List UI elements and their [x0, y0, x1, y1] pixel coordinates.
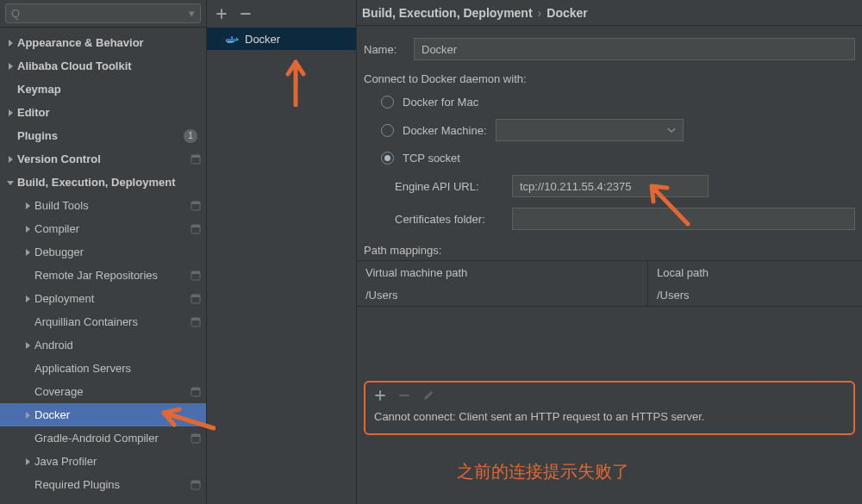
project-scope-icon — [191, 433, 201, 444]
expand-arrow-icon — [5, 177, 16, 188]
name-row: Name: — [357, 34, 862, 64]
sidebar-item-build-execution-deployment[interactable]: Build, Execution, Deployment — [0, 171, 206, 194]
project-scope-icon — [191, 154, 201, 165]
radio-tcp-socket[interactable]: TCP socket — [357, 146, 862, 170]
project-scope-icon — [191, 201, 201, 211]
sidebar-item-label: Debugger — [34, 246, 201, 258]
radio-icon — [381, 152, 394, 165]
breadcrumb: Build, Execution, Deployment › Docker — [357, 0, 862, 26]
sidebar-item-coverage[interactable]: Coverage — [0, 380, 206, 403]
sidebar-item-java-profiler[interactable]: Java Profiler — [0, 450, 206, 473]
sidebar-item-plugins[interactable]: Plugins1 — [0, 124, 206, 147]
search-input[interactable] — [23, 8, 185, 20]
project-scope-icon — [191, 224, 201, 234]
add-config-button[interactable] — [216, 8, 228, 20]
sidebar-item-label: Build, Execution, Deployment — [17, 176, 201, 189]
chevron-down-icon: ▾ — [189, 7, 195, 20]
svg-rect-3 — [191, 202, 200, 204]
expand-arrow-icon — [22, 364, 33, 374]
sidebar-item-label: Java Profiler — [34, 455, 201, 468]
project-scope-icon — [191, 271, 201, 281]
docker-icon — [226, 34, 240, 44]
sidebar-item-keymap[interactable]: Keymap — [0, 78, 206, 101]
expand-arrow-icon — [5, 131, 16, 141]
certificates-row: Certificates folder: — [357, 202, 862, 235]
add-mapping-button[interactable] — [374, 389, 386, 401]
sidebar-item-label: Required Plugins — [34, 478, 187, 491]
expand-arrow-icon — [22, 317, 33, 327]
sidebar-item-label: Gradle-Android Compiler — [34, 432, 187, 445]
sidebar-item-required-plugins[interactable]: Required Plugins — [0, 473, 206, 496]
sidebar-item-build-tools[interactable]: Build Tools — [0, 194, 206, 217]
radio-label: Docker for Mac — [403, 96, 478, 109]
radio-label: TCP socket — [403, 152, 460, 165]
expand-arrow-icon — [22, 433, 33, 444]
expand-arrow-icon — [22, 480, 33, 490]
expand-arrow-icon — [22, 224, 33, 234]
expand-arrow-icon — [22, 340, 33, 351]
sidebar-item-label: Keymap — [17, 83, 201, 96]
sidebar-item-android[interactable]: Android — [0, 333, 206, 357]
expand-arrow-icon — [22, 387, 33, 397]
sidebar-item-alibaba-cloud-toolkit[interactable]: Alibaba Cloud Toolkit — [0, 54, 206, 78]
svg-rect-13 — [191, 388, 200, 390]
radio-label: Docker Machine: — [403, 124, 487, 137]
sidebar-item-label: Application Servers — [34, 362, 201, 375]
sidebar-item-deployment[interactable]: Deployment — [0, 287, 206, 310]
remove-mapping-button[interactable] — [398, 389, 410, 401]
radio-icon — [381, 124, 394, 137]
update-badge: 1 — [184, 129, 197, 143]
config-item-label: Docker — [245, 33, 280, 46]
configs-list: Docker — [207, 28, 356, 504]
edit-mapping-button[interactable] — [422, 389, 434, 401]
expand-arrow-icon — [22, 247, 33, 258]
engine-url-input[interactable] — [512, 175, 709, 197]
sidebar-item-label: Docker — [34, 408, 201, 421]
radio-docker-machine[interactable]: Docker Machine: — [357, 114, 862, 146]
sidebar-item-label: Android — [34, 339, 201, 352]
sidebar-item-remote-jar-repositories[interactable]: Remote Jar Repositories — [0, 264, 206, 287]
sidebar-item-editor[interactable]: Editor — [0, 101, 206, 124]
sidebar-item-gradle-android-compiler[interactable]: Gradle-Android Compiler — [0, 426, 206, 450]
table-row[interactable]: /Users /Users — [357, 283, 862, 306]
sidebar-item-version-control[interactable]: Version Control — [0, 147, 206, 171]
sidebar-item-languages-frameworks[interactable]: Languages & Frameworks — [0, 496, 206, 504]
certificates-input[interactable] — [512, 208, 855, 230]
sidebar-item-application-servers[interactable]: Application Servers — [0, 357, 206, 380]
cell-vm-path[interactable]: /Users — [357, 283, 648, 306]
radio-docker-for-mac[interactable]: Docker for Mac — [357, 90, 862, 114]
name-input[interactable] — [414, 38, 855, 60]
path-mappings-label: Path mappings: — [357, 235, 862, 260]
config-item-docker[interactable]: Docker — [207, 28, 356, 50]
remove-config-button[interactable] — [240, 8, 252, 20]
sidebar-item-appearance-behavior[interactable]: Appearance & Behavior — [0, 31, 206, 54]
radio-icon — [381, 96, 394, 109]
expand-arrow-icon — [22, 410, 33, 420]
project-scope-icon — [191, 294, 201, 304]
expand-arrow-icon — [5, 61, 16, 72]
svg-rect-9 — [191, 295, 200, 297]
sidebar-item-label: Compiler — [34, 222, 187, 235]
expand-arrow-icon — [5, 84, 16, 95]
sidebar-item-compiler[interactable]: Compiler — [0, 217, 206, 240]
sidebar-item-docker[interactable]: Docker — [0, 403, 206, 426]
spacer — [357, 307, 862, 381]
mappings-toolbar — [374, 389, 845, 401]
breadcrumb-parent[interactable]: Build, Execution, Deployment — [362, 6, 533, 20]
sidebar-item-label: Alibaba Cloud Toolkit — [17, 59, 201, 72]
table-header: Virtual machine path Local path — [357, 261, 862, 283]
docker-machine-combo[interactable] — [496, 119, 684, 141]
sidebar-item-debugger[interactable]: Debugger — [0, 240, 206, 264]
engine-url-row: Engine API URL: — [357, 170, 862, 202]
sidebar-item-arquillian-containers[interactable]: Arquillian Containers — [0, 310, 206, 333]
col-local-path[interactable]: Local path — [648, 261, 862, 283]
search-box[interactable]: Q ▾ — [5, 3, 201, 23]
sidebar-item-label: Deployment — [34, 292, 187, 305]
project-scope-icon — [191, 480, 201, 490]
col-vm-path[interactable]: Virtual machine path — [357, 261, 648, 283]
cell-local-path[interactable]: /Users — [648, 283, 862, 306]
search-icon: Q — [11, 7, 20, 20]
connect-label: Connect to Docker daemon with: — [357, 64, 862, 90]
svg-rect-1 — [191, 155, 200, 158]
breadcrumb-separator: › — [538, 6, 542, 20]
